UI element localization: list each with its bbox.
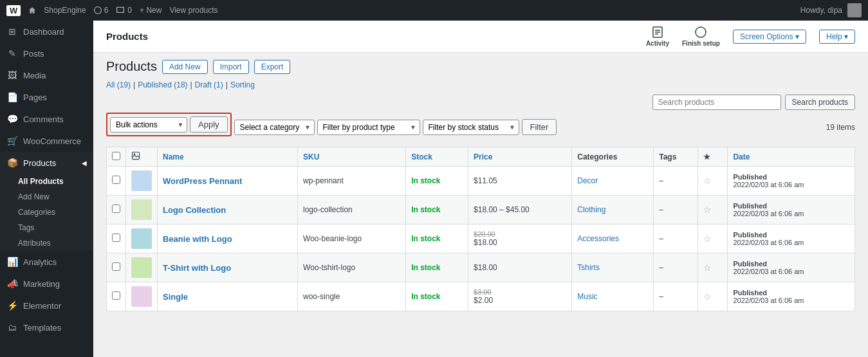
product-name[interactable]: WordPress Pennant	[163, 176, 242, 186]
product-thumbnail-cell	[126, 253, 158, 282]
templates-icon: 🗂	[6, 322, 18, 333]
product-name[interactable]: Beanie with Logo	[163, 234, 232, 244]
sidebar-item-posts[interactable]: ✎ Posts	[0, 42, 93, 64]
page-header-icons: Activity Finish setup Screen Options ▾ H…	[646, 26, 855, 47]
sidebar-item-marketing[interactable]: 📣 Marketing	[0, 273, 93, 295]
product-stock: In stock	[411, 292, 440, 301]
filter-published-link[interactable]: Published (18)	[138, 80, 187, 89]
sorting-link[interactable]: Sorting	[230, 80, 255, 89]
product-stock: In stock	[411, 234, 440, 243]
sidebar-item-all-products[interactable]: All Products	[0, 174, 93, 189]
product-category[interactable]: Tshirts	[577, 263, 600, 272]
product-sku-cell: Woo-beanie-logo	[298, 224, 406, 253]
stock-status-filter-select[interactable]: Filter by stock status In stock Out of s…	[423, 120, 519, 135]
name-col-header[interactable]: Name	[158, 147, 298, 167]
sidebar-item-categories[interactable]: Categories	[0, 205, 93, 220]
row-checkbox[interactable]	[112, 176, 120, 184]
apply-button[interactable]: Apply	[190, 116, 228, 133]
row-checkbox[interactable]	[112, 262, 120, 271]
sidebar-item-templates[interactable]: 🗂 Templates	[0, 316, 93, 338]
export-button[interactable]: Export	[254, 60, 291, 74]
product-name[interactable]: T-Shirt with Logo	[163, 263, 231, 273]
filter-all-link[interactable]: All (19)	[106, 80, 131, 89]
filter-button[interactable]: Filter	[522, 119, 557, 135]
bulk-actions-select[interactable]: Bulk actions Edit Move to Trash	[110, 117, 187, 133]
sku-col-header[interactable]: SKU	[298, 147, 406, 167]
tags-label: Tags	[18, 223, 34, 232]
admin-bar-view-products[interactable]: View products	[169, 6, 217, 15]
star-icon[interactable]: ☆	[703, 233, 712, 244]
sep1: |	[133, 80, 135, 89]
select-all-checkbox[interactable]	[112, 152, 120, 160]
product-status: Published	[733, 231, 767, 239]
sidebar-item-elementor[interactable]: ⚡ Elementor	[0, 295, 93, 316]
row-checkbox[interactable]	[112, 233, 120, 242]
sidebar-item-label: Elementor	[23, 301, 61, 311]
product-category[interactable]: Music	[577, 292, 597, 301]
sidebar-item-media[interactable]: 🖼 Media	[0, 64, 93, 86]
sidebar-item-tags[interactable]: Tags	[0, 220, 93, 235]
product-type-filter-select[interactable]: Filter by product type Simple product Gr…	[317, 120, 420, 135]
product-status: Published	[733, 202, 767, 210]
product-price-cell: $3.00 $2.00	[468, 282, 572, 311]
activity-button[interactable]: Activity	[646, 26, 669, 47]
stock-status-filter-wrapper: Filter by stock status In stock Out of s…	[423, 120, 519, 135]
products-icon: 📦	[6, 157, 18, 169]
items-count: 19 items	[826, 123, 855, 132]
sidebar-item-label: Dashboard	[23, 27, 64, 37]
search-products-input[interactable]	[652, 95, 781, 110]
sidebar-item-comments[interactable]: 💬 Comments	[0, 108, 93, 130]
date-col-header[interactable]: Date	[728, 147, 855, 167]
product-sku-cell: wp-pennant	[298, 167, 406, 196]
sidebar-item-dashboard[interactable]: ⊞ Dashboard	[0, 21, 93, 42]
finish-setup-button[interactable]: Finish setup	[682, 26, 720, 47]
row-checkbox[interactable]	[112, 205, 120, 213]
sidebar-item-woocommerce[interactable]: 🛒 WooCommerce	[0, 130, 93, 152]
product-tags-cell: –	[654, 224, 698, 253]
product-tags-cell: –	[654, 253, 698, 282]
add-new-button[interactable]: Add New	[162, 60, 208, 74]
posts-icon: ✎	[6, 48, 18, 59]
admin-bar-site-name[interactable]: ShopEngine	[44, 6, 86, 15]
star-icon[interactable]: ☆	[703, 205, 712, 215]
wp-logo[interactable]: W	[6, 5, 21, 16]
product-thumbnail	[131, 170, 152, 191]
screen-options-button[interactable]: Screen Options ▾	[733, 30, 806, 44]
product-category[interactable]: Decor	[577, 176, 598, 185]
sidebar-item-add-new[interactable]: Add New	[0, 189, 93, 205]
sidebar-item-attributes[interactable]: Attributes	[0, 235, 93, 251]
star-icon[interactable]: ☆	[703, 291, 712, 302]
product-stock-cell: In stock	[406, 224, 468, 253]
product-featured-cell: ☆	[697, 224, 728, 253]
product-stock: In stock	[411, 176, 440, 185]
product-category[interactable]: Clothing	[577, 205, 605, 214]
row-checkbox-cell	[107, 224, 126, 253]
search-products-row: Search products	[106, 95, 855, 110]
products-arrow-icon: ◀	[82, 160, 87, 167]
product-category[interactable]: Accessories	[577, 234, 619, 243]
product-name[interactable]: Single	[163, 292, 188, 302]
row-checkbox-cell	[107, 282, 126, 311]
row-checkbox[interactable]	[112, 291, 120, 300]
admin-bar-home[interactable]	[28, 6, 36, 14]
help-button[interactable]: Help ▾	[819, 30, 855, 44]
admin-bar-new[interactable]: + New	[140, 6, 162, 15]
admin-bar-avatar[interactable]	[847, 3, 862, 17]
product-name[interactable]: Logo Collection	[163, 205, 226, 215]
search-products-button[interactable]: Search products	[785, 95, 855, 110]
sidebar-item-products[interactable]: 📦 Products ◀	[0, 152, 93, 174]
sidebar-item-pages[interactable]: 📄 Pages	[0, 86, 93, 108]
admin-bar-comments[interactable]: 0	[116, 6, 132, 15]
star-icon[interactable]: ☆	[703, 176, 712, 186]
import-button[interactable]: Import	[213, 60, 249, 74]
stock-col-header[interactable]: Stock	[406, 147, 468, 167]
sidebar-item-analytics[interactable]: 📊 Analytics	[0, 251, 93, 273]
all-products-label: All Products	[18, 177, 64, 186]
star-icon[interactable]: ☆	[703, 262, 712, 273]
price-col-header[interactable]: Price	[468, 147, 572, 167]
admin-bar-updates[interactable]: 6	[94, 6, 109, 15]
filter-draft-link[interactable]: Draft (1)	[195, 80, 223, 89]
product-price: $18.00 – $45.00	[474, 205, 530, 214]
sidebar-item-label: Analytics	[23, 257, 57, 267]
category-filter-select[interactable]: Select a category Decor Clothing Accesso…	[234, 120, 315, 135]
